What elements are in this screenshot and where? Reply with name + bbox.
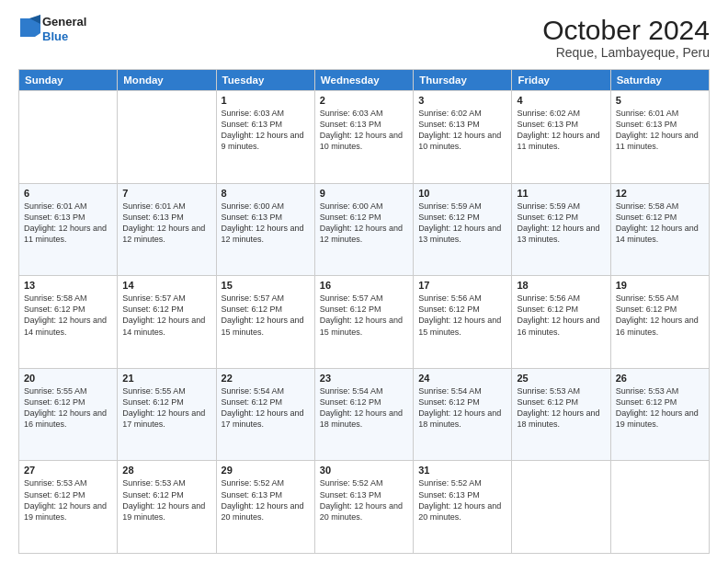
day-info: Sunrise: 6:01 AM Sunset: 6:13 PM Dayligh… <box>616 108 704 153</box>
day-info: Sunrise: 6:01 AM Sunset: 6:13 PM Dayligh… <box>24 201 112 246</box>
week-row-2: 6Sunrise: 6:01 AM Sunset: 6:13 PM Daylig… <box>19 183 710 276</box>
day-number: 11 <box>517 188 605 199</box>
col-tuesday: Tuesday <box>216 70 314 91</box>
calendar-cell: 11Sunrise: 5:59 AM Sunset: 6:12 PM Dayli… <box>512 183 610 276</box>
day-number: 10 <box>418 188 506 199</box>
week-row-1: 1Sunrise: 6:03 AM Sunset: 6:13 PM Daylig… <box>19 91 710 184</box>
day-info: Sunrise: 5:57 AM Sunset: 6:12 PM Dayligh… <box>320 293 408 338</box>
col-wednesday: Wednesday <box>314 70 413 91</box>
day-number: 3 <box>418 95 506 106</box>
calendar-cell: 1Sunrise: 6:03 AM Sunset: 6:13 PM Daylig… <box>216 91 314 184</box>
day-info: Sunrise: 5:54 AM Sunset: 6:12 PM Dayligh… <box>222 385 310 431</box>
day-number: 20 <box>24 373 112 384</box>
calendar-cell: 9Sunrise: 6:00 AM Sunset: 6:12 PM Daylig… <box>314 183 413 276</box>
calendar-cell: 6Sunrise: 6:01 AM Sunset: 6:13 PM Daylig… <box>19 183 118 276</box>
day-number: 31 <box>418 465 506 476</box>
day-info: Sunrise: 5:52 AM Sunset: 6:13 PM Dayligh… <box>222 477 310 523</box>
day-number: 16 <box>320 280 408 291</box>
day-number: 26 <box>616 373 704 384</box>
calendar: Sunday Monday Tuesday Wednesday Thursday… <box>18 69 710 554</box>
col-monday: Monday <box>118 70 216 91</box>
calendar-cell: 25Sunrise: 5:53 AM Sunset: 6:12 PM Dayli… <box>512 368 610 461</box>
day-number: 9 <box>320 188 408 199</box>
day-number: 13 <box>24 280 112 291</box>
day-number: 2 <box>320 95 408 106</box>
location: Reque, Lambayeque, Peru <box>542 45 710 60</box>
day-info: Sunrise: 6:03 AM Sunset: 6:13 PM Dayligh… <box>320 108 408 153</box>
week-row-3: 13Sunrise: 5:58 AM Sunset: 6:12 PM Dayli… <box>19 276 710 369</box>
calendar-cell: 28Sunrise: 5:53 AM Sunset: 6:12 PM Dayli… <box>118 461 216 554</box>
day-number: 6 <box>24 188 112 199</box>
day-info: Sunrise: 5:52 AM Sunset: 6:13 PM Dayligh… <box>320 477 408 523</box>
calendar-cell: 13Sunrise: 5:58 AM Sunset: 6:12 PM Dayli… <box>19 276 118 369</box>
header: General Blue October 2024 Reque, Lambaye… <box>18 15 710 60</box>
day-number: 12 <box>616 188 704 199</box>
calendar-cell: 15Sunrise: 5:57 AM Sunset: 6:12 PM Dayli… <box>216 276 314 369</box>
calendar-cell: 30Sunrise: 5:52 AM Sunset: 6:13 PM Dayli… <box>314 461 413 554</box>
calendar-cell: 12Sunrise: 5:58 AM Sunset: 6:12 PM Dayli… <box>610 183 709 276</box>
title-block: October 2024 Reque, Lambayeque, Peru <box>542 15 710 60</box>
calendar-cell: 24Sunrise: 5:54 AM Sunset: 6:12 PM Dayli… <box>414 368 512 461</box>
calendar-cell: 19Sunrise: 5:55 AM Sunset: 6:12 PM Dayli… <box>610 276 709 369</box>
calendar-cell: 22Sunrise: 5:54 AM Sunset: 6:12 PM Dayli… <box>216 368 314 461</box>
day-number: 1 <box>222 95 310 106</box>
calendar-cell: 4Sunrise: 6:02 AM Sunset: 6:13 PM Daylig… <box>512 91 610 184</box>
day-info: Sunrise: 5:58 AM Sunset: 6:12 PM Dayligh… <box>24 293 112 338</box>
day-number: 22 <box>222 373 310 384</box>
calendar-cell: 5Sunrise: 6:01 AM Sunset: 6:13 PM Daylig… <box>610 91 709 184</box>
calendar-cell: 10Sunrise: 5:59 AM Sunset: 6:12 PM Dayli… <box>414 183 512 276</box>
day-number: 21 <box>122 373 210 384</box>
day-info: Sunrise: 5:55 AM Sunset: 6:12 PM Dayligh… <box>24 385 112 431</box>
col-saturday: Saturday <box>610 70 709 91</box>
week-row-4: 20Sunrise: 5:55 AM Sunset: 6:12 PM Dayli… <box>19 368 710 461</box>
calendar-cell <box>118 91 216 184</box>
day-number: 17 <box>418 280 506 291</box>
day-info: Sunrise: 6:02 AM Sunset: 6:13 PM Dayligh… <box>418 108 506 153</box>
logo-blue: Blue <box>42 29 86 44</box>
col-friday: Friday <box>512 70 610 91</box>
day-number: 7 <box>122 188 210 199</box>
day-info: Sunrise: 5:56 AM Sunset: 6:12 PM Dayligh… <box>418 293 506 338</box>
logo: General Blue <box>18 15 86 44</box>
calendar-cell: 27Sunrise: 5:53 AM Sunset: 6:12 PM Dayli… <box>19 461 118 554</box>
calendar-cell: 23Sunrise: 5:54 AM Sunset: 6:12 PM Dayli… <box>314 368 413 461</box>
day-info: Sunrise: 5:58 AM Sunset: 6:12 PM Dayligh… <box>616 201 704 246</box>
logo-text: General Blue <box>42 15 86 43</box>
day-number: 27 <box>24 465 112 476</box>
calendar-cell <box>512 461 610 554</box>
day-info: Sunrise: 5:55 AM Sunset: 6:12 PM Dayligh… <box>616 293 704 338</box>
calendar-cell: 3Sunrise: 6:02 AM Sunset: 6:13 PM Daylig… <box>414 91 512 184</box>
month-year: October 2024 <box>542 15 710 45</box>
day-number: 25 <box>517 373 605 384</box>
calendar-header-row: Sunday Monday Tuesday Wednesday Thursday… <box>19 70 710 91</box>
day-info: Sunrise: 5:55 AM Sunset: 6:12 PM Dayligh… <box>122 385 210 431</box>
day-info: Sunrise: 6:00 AM Sunset: 6:12 PM Dayligh… <box>320 201 408 246</box>
calendar-cell: 16Sunrise: 5:57 AM Sunset: 6:12 PM Dayli… <box>314 276 413 369</box>
logo-icon <box>20 15 40 40</box>
day-info: Sunrise: 5:53 AM Sunset: 6:12 PM Dayligh… <box>24 477 112 523</box>
day-info: Sunrise: 5:57 AM Sunset: 6:12 PM Dayligh… <box>122 293 210 338</box>
day-info: Sunrise: 5:52 AM Sunset: 6:13 PM Dayligh… <box>418 477 506 523</box>
day-info: Sunrise: 5:53 AM Sunset: 6:12 PM Dayligh… <box>616 385 704 431</box>
day-number: 29 <box>222 465 310 476</box>
calendar-cell: 29Sunrise: 5:52 AM Sunset: 6:13 PM Dayli… <box>216 461 314 554</box>
calendar-cell: 17Sunrise: 5:56 AM Sunset: 6:12 PM Dayli… <box>414 276 512 369</box>
day-info: Sunrise: 5:54 AM Sunset: 6:12 PM Dayligh… <box>418 385 506 431</box>
day-info: Sunrise: 6:02 AM Sunset: 6:13 PM Dayligh… <box>517 108 605 153</box>
calendar-cell: 31Sunrise: 5:52 AM Sunset: 6:13 PM Dayli… <box>414 461 512 554</box>
col-thursday: Thursday <box>414 70 512 91</box>
calendar-cell: 26Sunrise: 5:53 AM Sunset: 6:12 PM Dayli… <box>610 368 709 461</box>
day-info: Sunrise: 5:56 AM Sunset: 6:12 PM Dayligh… <box>517 293 605 338</box>
calendar-cell: 7Sunrise: 6:01 AM Sunset: 6:13 PM Daylig… <box>118 183 216 276</box>
day-number: 5 <box>616 95 704 106</box>
day-info: Sunrise: 5:54 AM Sunset: 6:12 PM Dayligh… <box>320 385 408 431</box>
calendar-cell: 2Sunrise: 6:03 AM Sunset: 6:13 PM Daylig… <box>314 91 413 184</box>
day-number: 18 <box>517 280 605 291</box>
day-number: 14 <box>122 280 210 291</box>
day-number: 15 <box>222 280 310 291</box>
day-info: Sunrise: 5:57 AM Sunset: 6:12 PM Dayligh… <box>222 293 310 338</box>
day-number: 19 <box>616 280 704 291</box>
day-info: Sunrise: 6:03 AM Sunset: 6:13 PM Dayligh… <box>222 108 310 153</box>
calendar-cell <box>610 461 709 554</box>
day-info: Sunrise: 5:53 AM Sunset: 6:12 PM Dayligh… <box>517 385 605 431</box>
